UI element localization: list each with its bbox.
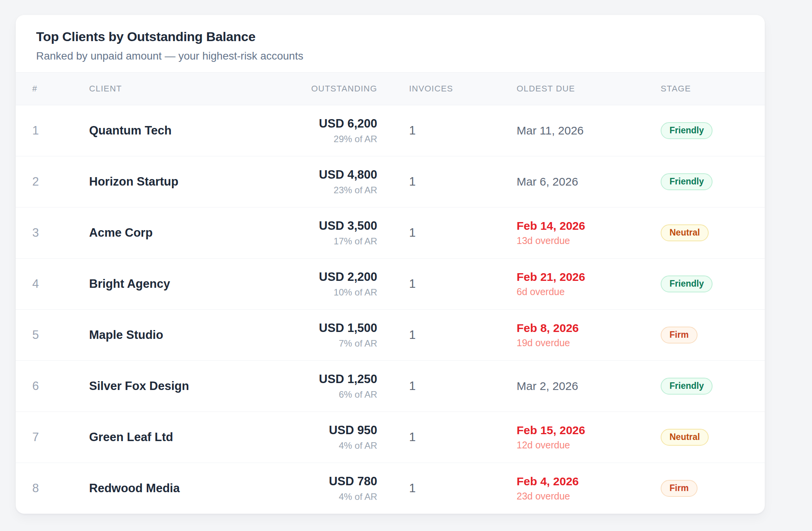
card-subtitle: Ranked by unpaid amount — your highest-r…	[36, 50, 744, 62]
due-date: Mar 6, 2026	[517, 175, 661, 188]
card-title: Top Clients by Outstanding Balance	[36, 29, 744, 44]
oldest-due-cell: Mar 6, 2026	[517, 156, 661, 207]
overdue-label: 13d overdue	[517, 235, 661, 246]
rank-number: 6	[16, 361, 89, 412]
due-block: Mar 6, 2026	[517, 175, 661, 188]
due-date: Feb 8, 2026	[517, 322, 661, 335]
col-header-outstanding: OUTSTANDING	[265, 73, 377, 105]
table-row: 6 Silver Fox Design USD 1,250 6% of AR 1…	[16, 361, 765, 412]
client-name: Redwood Media	[89, 463, 265, 514]
outstanding-cell: USD 3,500 17% of AR	[265, 207, 377, 259]
outstanding-cell: USD 1,500 7% of AR	[265, 310, 377, 361]
outstanding-amount: USD 4,800	[265, 168, 377, 182]
outstanding-percent-of-ar: 23% of AR	[265, 185, 377, 196]
due-date: Feb 14, 2026	[517, 219, 661, 232]
due-block: Mar 2, 2026	[517, 380, 661, 393]
stage-cell: Neutral	[661, 412, 765, 463]
outstanding-percent-of-ar: 17% of AR	[265, 236, 377, 247]
client-name: Green Leaf Ltd	[89, 412, 265, 463]
rank-number: 2	[16, 156, 89, 207]
overdue-label: 23d overdue	[517, 491, 661, 502]
stage-cell: Friendly	[661, 105, 765, 156]
rank-number: 5	[16, 310, 89, 361]
outstanding-amount: USD 780	[265, 475, 377, 488]
stage-badge: Friendly	[661, 122, 713, 139]
top-clients-card: Top Clients by Outstanding Balance Ranke…	[16, 15, 765, 514]
table-row: 2 Horizon Startup USD 4,800 23% of AR 1 …	[16, 156, 765, 207]
due-block: Mar 11, 2026	[517, 124, 661, 137]
outstanding-percent-of-ar: 10% of AR	[265, 287, 377, 298]
rank-number: 7	[16, 412, 89, 463]
page: { "card": { "title": "Top Clients by Out…	[0, 0, 812, 531]
stage-badge: Friendly	[661, 378, 713, 395]
invoices-count: 1	[377, 412, 517, 463]
table-row: 4 Bright Agency USD 2,200 10% of AR 1 Fe…	[16, 259, 765, 310]
outstanding-amount: USD 1,250	[265, 372, 377, 386]
invoices-count: 1	[377, 156, 517, 207]
oldest-due-cell: Mar 11, 2026	[517, 105, 661, 156]
oldest-due-cell: Mar 2, 2026	[517, 361, 661, 412]
outstanding-cell: USD 2,200 10% of AR	[265, 259, 377, 310]
invoices-count: 1	[377, 463, 517, 514]
outstanding-amount: USD 950	[265, 423, 377, 437]
outstanding-percent-of-ar: 4% of AR	[265, 491, 377, 502]
invoices-count: 1	[377, 207, 517, 259]
stage-badge: Firm	[661, 327, 698, 343]
outstanding-amount: USD 2,200	[265, 270, 377, 284]
outstanding-cell: USD 780 4% of AR	[265, 463, 377, 514]
client-name: Maple Studio	[89, 310, 265, 361]
outstanding-cell: USD 1,250 6% of AR	[265, 361, 377, 412]
overdue-label: 19d overdue	[517, 337, 661, 348]
rank-number: 3	[16, 207, 89, 259]
outstanding-percent-of-ar: 4% of AR	[265, 440, 377, 451]
oldest-due-cell: Feb 4, 2026 23d overdue	[517, 463, 661, 514]
stage-badge: Firm	[661, 480, 698, 497]
invoices-count: 1	[377, 259, 517, 310]
outstanding-cell: USD 6,200 29% of AR	[265, 105, 377, 156]
outstanding-amount: USD 6,200	[265, 117, 377, 131]
stage-badge: Neutral	[661, 224, 709, 241]
stage-cell: Friendly	[661, 361, 765, 412]
invoices-count: 1	[377, 310, 517, 361]
rank-number: 8	[16, 463, 89, 514]
clients-table: # CLIENT OUTSTANDING INVOICES OLDEST DUE…	[16, 72, 765, 514]
oldest-due-cell: Feb 8, 2026 19d overdue	[517, 310, 661, 361]
table-row: 3 Acme Corp USD 3,500 17% of AR 1 Feb 14…	[16, 207, 765, 259]
overdue-label: 12d overdue	[517, 440, 661, 451]
outstanding-cell: USD 4,800 23% of AR	[265, 156, 377, 207]
col-header-invoices: INVOICES	[377, 73, 517, 105]
due-date: Mar 11, 2026	[517, 124, 661, 137]
stage-cell: Firm	[661, 463, 765, 514]
outstanding-cell: USD 950 4% of AR	[265, 412, 377, 463]
due-date: Feb 15, 2026	[517, 424, 661, 437]
due-date: Mar 2, 2026	[517, 380, 661, 393]
rank-number: 1	[16, 105, 89, 156]
col-header-oldest-due: OLDEST DUE	[517, 73, 661, 105]
client-name: Quantum Tech	[89, 105, 265, 156]
oldest-due-cell: Feb 15, 2026 12d overdue	[517, 412, 661, 463]
invoices-count: 1	[377, 105, 517, 156]
col-header-client: CLIENT	[89, 73, 265, 105]
due-block: Feb 14, 2026 13d overdue	[517, 219, 661, 246]
stage-cell: Friendly	[661, 259, 765, 310]
outstanding-percent-of-ar: 29% of AR	[265, 134, 377, 144]
table-row: 5 Maple Studio USD 1,500 7% of AR 1 Feb …	[16, 310, 765, 361]
stage-cell: Neutral	[661, 207, 765, 259]
outstanding-percent-of-ar: 6% of AR	[265, 389, 377, 400]
rank-number: 4	[16, 259, 89, 310]
client-name: Horizon Startup	[89, 156, 265, 207]
outstanding-amount: USD 1,500	[265, 321, 377, 335]
stage-badge: Friendly	[661, 173, 713, 190]
stage-cell: Firm	[661, 310, 765, 361]
table-row: 7 Green Leaf Ltd USD 950 4% of AR 1 Feb …	[16, 412, 765, 463]
col-header-stage: STAGE	[661, 73, 765, 105]
client-name: Silver Fox Design	[89, 361, 265, 412]
due-date: Feb 4, 2026	[517, 475, 661, 488]
table-header-row: # CLIENT OUTSTANDING INVOICES OLDEST DUE…	[16, 73, 765, 105]
stage-badge: Friendly	[661, 275, 713, 292]
client-name: Acme Corp	[89, 207, 265, 259]
oldest-due-cell: Feb 21, 2026 6d overdue	[517, 259, 661, 310]
stage-cell: Friendly	[661, 156, 765, 207]
outstanding-percent-of-ar: 7% of AR	[265, 338, 377, 349]
col-header-rank: #	[16, 73, 89, 105]
